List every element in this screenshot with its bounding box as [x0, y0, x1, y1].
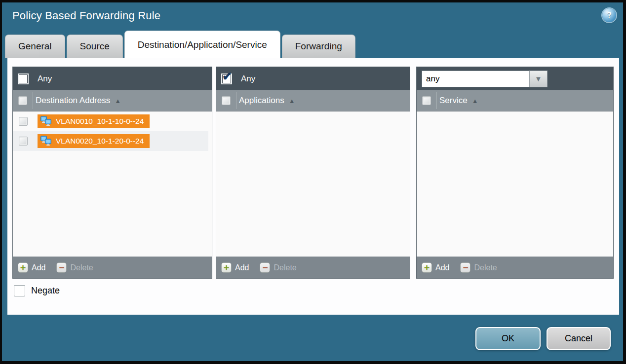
column-divider [33, 92, 33, 109]
applications-any-row: ✔ Any [216, 67, 410, 90]
network-icon [40, 116, 52, 127]
plus-icon: + [18, 262, 28, 273]
ok-button[interactable]: OK [475, 327, 541, 350]
tab-bar: General Source Destination/Application/S… [5, 31, 357, 58]
destination-column-label: Destination Address [36, 96, 110, 106]
destination-any-label: Any [38, 74, 52, 84]
address-label: VLAN0010_10-1-10-0--24 [56, 117, 144, 126]
plus-icon: + [221, 262, 232, 273]
service-column-header[interactable]: Service ▲ [417, 90, 613, 111]
service-list [417, 111, 613, 256]
destination-any-checkbox[interactable] [18, 73, 29, 84]
destination-row[interactable]: VLAN0020_10-1-20-0--24 [13, 131, 208, 151]
service-dropdown-row: any ▼ [417, 67, 613, 90]
service-panel: any ▼ Service ▲ + Add − [416, 67, 614, 279]
destination-delete-button[interactable]: − Delete [56, 262, 93, 273]
sort-asc-icon: ▲ [115, 97, 121, 105]
applications-column-header[interactable]: Applications ▲ [216, 90, 410, 111]
column-divider [236, 92, 236, 109]
address-label: VLAN0020_10-1-20-0--24 [56, 137, 144, 146]
service-type-value[interactable]: any [422, 71, 529, 87]
minus-icon: − [460, 262, 470, 273]
applications-add-button[interactable]: + Add [221, 262, 249, 273]
help-icon[interactable]: ? [602, 8, 616, 22]
tab-destination-application-service[interactable]: Destination/Application/Service [124, 31, 280, 58]
applications-any-label: Any [241, 74, 255, 84]
applications-list [216, 111, 410, 256]
sort-asc-icon: ▲ [289, 97, 295, 105]
applications-column-label: Applications [239, 96, 284, 106]
applications-any-checkbox[interactable]: ✔ [221, 73, 232, 84]
applications-toolbar: + Add − Delete [216, 256, 410, 278]
service-delete-button[interactable]: − Delete [460, 262, 497, 273]
negate-option: Negate [14, 285, 60, 296]
tab-forwarding[interactable]: Forwarding [282, 35, 355, 58]
service-add-button[interactable]: + Add [422, 262, 449, 273]
service-select-all-checkbox[interactable] [422, 96, 431, 105]
destination-row-checkbox[interactable] [19, 137, 28, 146]
column-divider [436, 92, 437, 109]
negate-label: Negate [31, 286, 60, 296]
destination-list: VLAN0010_10-1-10-0--24 [13, 111, 212, 256]
minus-icon: − [56, 262, 67, 273]
tab-source[interactable]: Source [67, 35, 123, 58]
dialog-title: Policy Based Forwarding Rule [12, 9, 160, 22]
network-icon [40, 136, 52, 147]
destination-add-button[interactable]: + Add [18, 262, 45, 273]
plus-icon: + [422, 262, 432, 273]
destination-address-panel: Any Destination Address ▲ [12, 67, 212, 279]
tab-content: Any Destination Address ▲ [7, 58, 619, 315]
chevron-down-icon: ▼ [535, 74, 542, 83]
destination-any-row: Any [13, 67, 212, 90]
service-column-label: Service [439, 96, 468, 106]
destination-column-header[interactable]: Destination Address ▲ [13, 90, 212, 111]
check-icon: ✔ [222, 71, 232, 82]
service-toolbar: + Add − Delete [417, 256, 613, 278]
minus-icon: − [260, 262, 270, 273]
address-chip[interactable]: VLAN0010_10-1-10-0--24 [38, 114, 150, 128]
destination-row[interactable]: VLAN0010_10-1-10-0--24 [13, 111, 208, 131]
destination-select-all-checkbox[interactable] [18, 96, 27, 105]
sort-asc-icon: ▲ [472, 97, 478, 105]
applications-select-all-checkbox[interactable] [222, 96, 231, 105]
tab-general[interactable]: General [5, 35, 65, 58]
cancel-button[interactable]: Cancel [547, 327, 611, 350]
address-chip[interactable]: VLAN0020_10-1-20-0--24 [38, 134, 150, 148]
applications-delete-button[interactable]: − Delete [260, 262, 296, 273]
dropdown-button[interactable]: ▼ [529, 71, 548, 87]
applications-panel: ✔ Any Applications ▲ + Add − Delete [216, 67, 410, 279]
service-type-dropdown[interactable]: any ▼ [422, 71, 548, 87]
destination-toolbar: + Add − Delete [13, 256, 212, 278]
policy-forwarding-dialog: Policy Based Forwarding Rule ? General S… [2, 2, 623, 361]
destination-row-checkbox[interactable] [19, 117, 28, 126]
negate-checkbox[interactable] [14, 285, 25, 296]
